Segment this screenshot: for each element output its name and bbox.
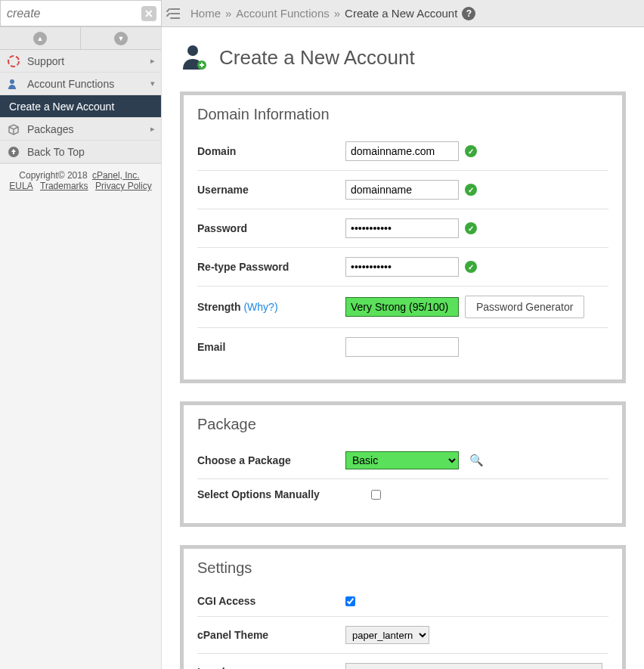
search-package-icon[interactable]: 🔍 bbox=[469, 454, 484, 467]
topbar: ✕ Home » Account Functions » Create a Ne… bbox=[0, 0, 644, 27]
sidebar-label: Support bbox=[27, 55, 64, 67]
breadcrumb: Home » Account Functions » Create a New … bbox=[184, 0, 475, 26]
svg-point-1 bbox=[10, 79, 14, 84]
privacy-link[interactable]: Privacy Policy bbox=[95, 181, 152, 191]
clear-search-icon[interactable]: ✕ bbox=[141, 6, 156, 21]
eula-link[interactable]: EULA bbox=[9, 181, 33, 191]
breadcrumb-current: Create a New Account bbox=[345, 7, 457, 20]
retype-password-input[interactable] bbox=[345, 257, 459, 277]
check-icon: ✓ bbox=[465, 145, 477, 157]
panel-settings: Settings CGI Access cPanel Theme paper_l… bbox=[180, 545, 626, 669]
page-title: Create a New Account bbox=[219, 46, 415, 70]
theme-select[interactable]: paper_lantern bbox=[345, 626, 429, 644]
domain-label: Domain bbox=[197, 145, 345, 157]
svg-point-3 bbox=[187, 45, 198, 56]
cpanel-link[interactable]: cPanel, Inc. bbox=[92, 170, 140, 181]
content: Create a New Account Domain Information … bbox=[162, 27, 644, 669]
username-label: Username bbox=[197, 184, 345, 196]
cgi-checkbox[interactable] bbox=[345, 596, 355, 606]
breadcrumb-sep: » bbox=[225, 7, 231, 20]
chevron-right-icon: ▸ bbox=[150, 124, 155, 134]
strength-label: Strength (Why?) bbox=[197, 301, 345, 313]
email-label: Email bbox=[197, 341, 345, 353]
choose-package-label: Choose a Package bbox=[197, 454, 345, 466]
create-account-icon bbox=[180, 42, 209, 73]
locale-label: Locale bbox=[197, 666, 345, 669]
chevron-down-icon: ▾ bbox=[150, 79, 155, 88]
breadcrumb-sep: » bbox=[334, 7, 340, 20]
password-input[interactable] bbox=[345, 218, 459, 238]
theme-label: cPanel Theme bbox=[197, 629, 345, 641]
support-icon bbox=[6, 55, 21, 67]
breadcrumb-acct[interactable]: Account Functions bbox=[236, 7, 329, 20]
page-header: Create a New Account bbox=[180, 42, 626, 73]
manual-options-label: Select Options Manually bbox=[197, 488, 371, 500]
sidebar-label: Account Functions bbox=[27, 78, 114, 90]
panel-domain-info: Domain Information Domain ✓ Username ✓ P… bbox=[180, 91, 626, 383]
sidebar-item-account-functions[interactable]: Account Functions ▾ bbox=[0, 73, 161, 95]
search-wrap: ✕ bbox=[0, 0, 162, 26]
check-icon: ✓ bbox=[465, 261, 477, 273]
svg-point-0 bbox=[8, 56, 19, 67]
check-icon: ✓ bbox=[465, 222, 477, 234]
breadcrumb-home[interactable]: Home bbox=[190, 7, 221, 20]
cgi-label: CGI Access bbox=[197, 595, 345, 607]
sidebar: ▲ ▼ Support ▸ Account Functions ▾ Create… bbox=[0, 27, 162, 669]
domain-input[interactable] bbox=[345, 141, 459, 161]
sidebar-item-back-to-top[interactable]: Back To Top bbox=[0, 141, 161, 163]
password-label: Password bbox=[197, 222, 345, 234]
copyright-text: Copyright© 2018 bbox=[19, 170, 90, 181]
panel-package: Package Choose a Package Basic 🔍 Select … bbox=[180, 401, 626, 527]
strength-meter: Very Strong (95/100) bbox=[345, 297, 459, 317]
sidebar-item-create-account[interactable]: Create a New Account bbox=[0, 95, 161, 118]
chevron-right-icon: ▸ bbox=[150, 56, 155, 66]
trademarks-link[interactable]: Trademarks bbox=[40, 181, 88, 191]
sidebar-item-support[interactable]: Support ▸ bbox=[0, 50, 161, 73]
sidebar-item-packages[interactable]: Packages ▸ bbox=[0, 118, 161, 141]
panel-title: Domain Information bbox=[197, 106, 608, 123]
package-select[interactable]: Basic bbox=[345, 451, 459, 469]
panel-title: Package bbox=[197, 416, 608, 433]
manual-options-checkbox[interactable] bbox=[371, 490, 381, 500]
collapse-down-button[interactable]: ▼ bbox=[80, 27, 161, 49]
email-input[interactable] bbox=[345, 337, 459, 357]
up-arrow-icon bbox=[6, 146, 21, 158]
collapse-up-button[interactable]: ▲ bbox=[0, 27, 80, 49]
sidebar-label: Packages bbox=[27, 123, 73, 135]
panel-title: Settings bbox=[197, 559, 608, 577]
retype-password-label: Re-type Password bbox=[197, 261, 345, 273]
why-link[interactable]: (Why?) bbox=[243, 301, 277, 313]
search-input[interactable] bbox=[1, 2, 161, 25]
username-input[interactable] bbox=[345, 180, 459, 200]
menu-toggle-icon[interactable] bbox=[162, 0, 184, 26]
package-icon bbox=[6, 123, 21, 135]
sidebar-label: Back To Top bbox=[27, 146, 85, 158]
sidebar-footer: Copyright© 2018 cPanel, Inc. EULA Tradem… bbox=[0, 163, 161, 197]
locale-select[interactable]: English bbox=[345, 663, 602, 669]
check-icon: ✓ bbox=[465, 184, 477, 196]
sidebar-arrow-row: ▲ ▼ bbox=[0, 27, 161, 50]
sidebar-label: Create a New Account bbox=[9, 101, 114, 113]
help-icon[interactable]: ? bbox=[462, 7, 475, 20]
password-generator-button[interactable]: Password Generator bbox=[465, 296, 584, 318]
user-icon bbox=[6, 78, 21, 90]
